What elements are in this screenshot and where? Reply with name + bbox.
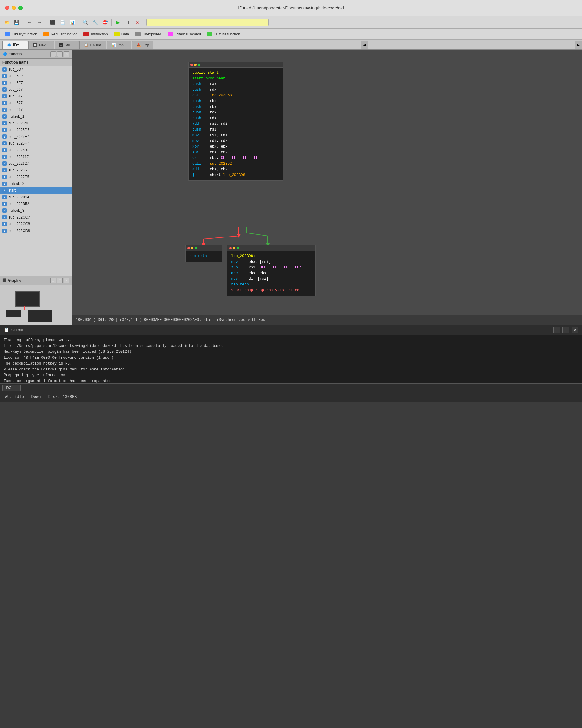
legend-lumina-color	[207, 32, 212, 36]
toolbar-hex-btn[interactable]: ⬛	[48, 18, 57, 27]
legend-regular: Regular function	[44, 32, 77, 36]
sidebar-item[interactable]: fstart	[0, 187, 72, 194]
sidebar-item[interactable]: fsub_2025D7	[0, 127, 72, 133]
sidebar-item[interactable]: fsub_202B52	[0, 201, 72, 207]
graph-view[interactable]: public start start proc near push rax pu…	[72, 50, 582, 315]
sidebar-item[interactable]: fsub_2027E5	[0, 174, 72, 180]
tab-exp[interactable]: 📤 Exp	[132, 41, 154, 49]
toolbar-graph-btn[interactable]: 📊	[68, 18, 76, 27]
tab-stru[interactable]: 🅰 Stru...	[55, 41, 79, 49]
toolbar-save-btn[interactable]: 💾	[12, 18, 21, 27]
tab-hex[interactable]: 🔲 Hex ...	[28, 41, 54, 49]
toolbar-open-btn[interactable]: 📂	[2, 18, 11, 27]
node-left-dot-green	[195, 247, 197, 250]
sidebar-item[interactable]: fsub_2025E7	[0, 133, 72, 140]
window-title: IDA - d /Users/paperstar/Documents/wing/…	[238, 5, 344, 10]
sidebar-item[interactable]: fsub_607	[0, 86, 72, 93]
toolbar-fwd-btn[interactable]: →	[35, 18, 44, 27]
sidebar-item[interactable]: fsub_667	[0, 106, 72, 113]
output-line: Flushing buffers, please wait...	[4, 337, 578, 343]
func-name: sub_607	[8, 87, 23, 92]
graph-float-btn[interactable]: □	[57, 278, 63, 283]
sidebar-item[interactable]: fnullsub_2	[0, 180, 72, 187]
output-minimize-btn[interactable]: _	[553, 327, 560, 333]
minimize-button[interactable]	[11, 6, 16, 10]
sidebar-item[interactable]: fsub_202607	[0, 147, 72, 153]
graph-mini-node3	[27, 310, 52, 322]
output-input-field[interactable]	[2, 385, 21, 391]
tab-ida[interactable]: 🔷 IDA ...	[2, 41, 28, 49]
code-node-main[interactable]: public start start proc near push rax pu…	[188, 62, 283, 181]
tab-next-btn[interactable]: ▶	[575, 41, 582, 49]
sidebar-item[interactable]: fsub_202B14	[0, 194, 72, 201]
node-left-dot-red	[187, 247, 190, 250]
sidebar-item[interactable]: fsub_5E7	[0, 73, 72, 79]
sidebar-item[interactable]: fsub_5D7	[0, 66, 72, 73]
sidebar-item[interactable]: fsub_202627	[0, 160, 72, 167]
legend-regular-color	[44, 32, 49, 36]
toolbar-stop-btn[interactable]: ✕	[133, 18, 142, 27]
sidebar-minimize-btn[interactable]: _	[50, 51, 56, 57]
sidebar-item[interactable]: fsub_2025F7	[0, 140, 72, 147]
sidebar-item[interactable]: fsub_627	[0, 100, 72, 106]
toolbar-patch-btn[interactable]: 🔧	[91, 18, 99, 27]
output-float-btn[interactable]: □	[562, 327, 569, 333]
maximize-button[interactable]	[18, 6, 23, 10]
func-name: sub_202627	[8, 161, 29, 166]
sidebar-item[interactable]: fsub_202617	[0, 153, 72, 160]
toolbar-jump-btn[interactable]: 🎯	[101, 18, 109, 27]
toolbar-run-btn[interactable]: ▶	[114, 18, 122, 27]
toolbar-pause-btn[interactable]: ⏸	[124, 18, 132, 27]
func-name: sub_2025F7	[8, 141, 29, 146]
asm-line-mov-rsi: mov rsi, rdi	[192, 133, 279, 138]
asm-line-xor-ebx: xor ebx, ebx	[192, 144, 279, 150]
toolbar-disasm-btn[interactable]: 📄	[58, 18, 67, 27]
toolbar-find-btn[interactable]: 🔍	[81, 18, 90, 27]
sidebar-item[interactable]: fsub_202CC7	[0, 214, 72, 220]
asm-line-rep-retn-right: rep retn	[231, 282, 312, 288]
close-button[interactable]	[5, 6, 9, 10]
tab-prev-btn[interactable]: ◀	[361, 41, 368, 49]
graph-overview-canvas[interactable]	[0, 285, 72, 324]
sidebar-item[interactable]: fsub_617	[0, 93, 72, 100]
func-icon: f	[2, 155, 7, 159]
graph-close-btn[interactable]: ✕	[64, 278, 69, 283]
toolbar-back-btn[interactable]: ←	[25, 18, 34, 27]
code-node-right[interactable]: loc_202B08: mov ebx, [rsi] sub rsi, 0FFF…	[227, 245, 316, 296]
asm-line-push-rsi: push rsi	[192, 127, 279, 133]
tab-ida-label: IDA ...	[13, 43, 23, 47]
sidebar-item[interactable]: fsub_202CC8	[0, 220, 72, 227]
func-icon: f	[2, 128, 7, 132]
asm-line-mov-ebx-rsi: mov ebx, [rsi]	[231, 259, 312, 265]
legend-data-label: Data	[121, 32, 129, 36]
output-close-btn[interactable]: ✕	[572, 327, 578, 333]
graph-mini-node2	[6, 310, 21, 317]
toolbar-search-input[interactable]	[146, 19, 269, 26]
func-name: nullsub_2	[8, 182, 24, 186]
sidebar-item[interactable]: fsub_2025AF	[0, 120, 72, 127]
direction-status: Down	[31, 395, 41, 399]
sidebar-item[interactable]: fnullsub_3	[0, 207, 72, 214]
sidebar-item[interactable]: fnullsub_1	[0, 113, 72, 120]
code-node-left[interactable]: rep retn	[185, 245, 222, 262]
tab-imp[interactable]: 📊 Imp...	[107, 41, 131, 49]
func-icon: f	[2, 114, 7, 119]
main-content-area[interactable]: public start start proc near push rax pu…	[72, 50, 582, 324]
sidebar-close-btn[interactable]: ✕	[64, 51, 69, 57]
func-icon: f	[2, 195, 7, 199]
sidebar-item[interactable]: fsub_5F7	[0, 79, 72, 86]
tab-enums[interactable]: 📋 Enums	[79, 41, 106, 49]
graph-minimize-btn[interactable]: _	[50, 278, 56, 283]
output-line: Hex-Rays Decompiler plugin has been load…	[4, 349, 578, 355]
bottom-status-bar: AU: idle Down Disk: 1308GB	[0, 392, 582, 401]
output-line: The decompilation hotkey is F5.	[4, 361, 578, 367]
sidebar-item[interactable]: fsub_202667	[0, 167, 72, 174]
legend-unexplored: Unexplored	[135, 32, 161, 36]
func-icon: f	[2, 108, 7, 112]
func-icon: f	[2, 141, 7, 146]
func-icon: f	[2, 74, 7, 78]
toolbar-sep-1	[23, 19, 23, 26]
func-name: sub_202667	[8, 168, 29, 172]
sidebar-float-btn[interactable]: □	[57, 51, 63, 57]
sidebar-item[interactable]: fsub_202CD8	[0, 227, 72, 234]
